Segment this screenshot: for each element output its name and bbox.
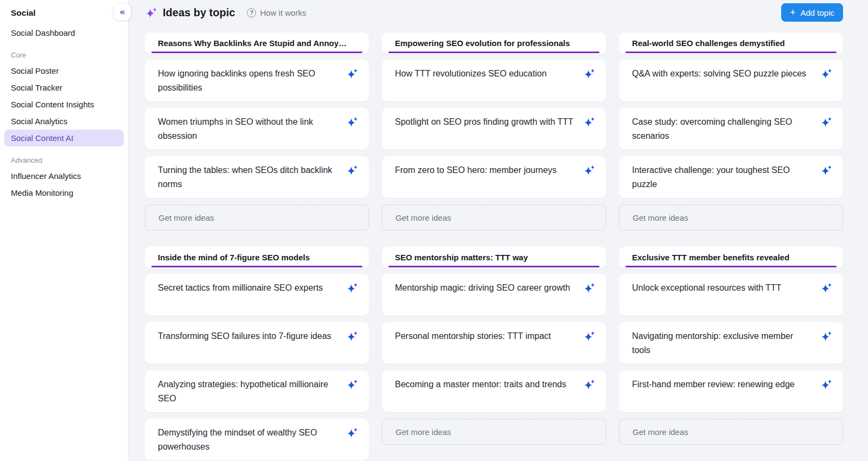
idea-card[interactable]: Demystifying the mindset of wealthy SEO … bbox=[145, 419, 369, 460]
page-header: Ideas by topic ? How it works + Add topi… bbox=[129, 0, 868, 25]
idea-list: Secret tactics from millionaire SEO expe… bbox=[145, 274, 369, 460]
idea-card[interactable]: Turning the tables: when SEOs ditch back… bbox=[145, 156, 369, 198]
idea-card[interactable]: From zero to SEO hero: member journeys bbox=[382, 156, 606, 198]
sidebar-title: Social bbox=[0, 0, 128, 24]
idea-card[interactable]: Q&A with experts: solving SEO puzzle pie… bbox=[619, 60, 843, 101]
idea-list: Mentorship magic: driving SEO career gro… bbox=[382, 274, 606, 412]
idea-card[interactable]: Personal mentorship stories: TTT impact bbox=[382, 322, 606, 364]
page-title: Ideas by topic bbox=[163, 7, 235, 19]
sidebar-section-advanced: Advanced bbox=[0, 146, 128, 168]
generate-sparkle-icon[interactable] bbox=[346, 379, 358, 390]
sidebar-section-core: Core bbox=[0, 41, 128, 62]
sidebar-collapse-button[interactable]: « bbox=[114, 4, 131, 20]
generate-sparkle-icon[interactable] bbox=[346, 68, 358, 79]
sidebar-item-social-dashboard[interactable]: Social Dashboard bbox=[4, 24, 124, 41]
idea-text: Personal mentorship stories: TTT impact bbox=[395, 331, 551, 341]
topic-column: Reasons Why Backlinks Are Stupid and Ann… bbox=[145, 33, 369, 230]
add-topic-button[interactable]: + Add topic bbox=[781, 3, 843, 22]
sidebar-item-social-tracker[interactable]: Social Tracker bbox=[4, 79, 124, 96]
idea-card[interactable]: Becoming a master mentor: traits and tre… bbox=[382, 370, 606, 412]
topic-header[interactable]: SEO mentorship matters: TTT way bbox=[382, 247, 606, 268]
generate-sparkle-icon[interactable] bbox=[346, 165, 358, 176]
idea-card[interactable]: How TTT revolutionizes SEO education bbox=[382, 60, 606, 101]
get-more-ideas-button[interactable]: Get more ideas bbox=[619, 204, 843, 230]
generate-sparkle-icon[interactable] bbox=[346, 427, 358, 438]
sidebar-item-media-monitoring[interactable]: Media Monitoring bbox=[4, 184, 124, 201]
topic-header[interactable]: Exclusive TTT member benefits revealed bbox=[619, 247, 843, 268]
sidebar-item-social-content-insights[interactable]: Social Content Insights bbox=[4, 96, 124, 113]
topic-underline bbox=[151, 52, 362, 53]
idea-text: Demystifying the mindset of wealthy SEO … bbox=[158, 428, 317, 451]
generate-sparkle-icon[interactable] bbox=[346, 283, 358, 293]
how-it-works-link[interactable]: ? How it works bbox=[247, 8, 306, 17]
ideas-board: Reasons Why Backlinks Are Stupid and Ann… bbox=[129, 25, 868, 460]
sidebar: « Social Social Dashboard Core Social Po… bbox=[0, 0, 129, 461]
sidebar-item-social-poster[interactable]: Social Poster bbox=[4, 62, 124, 79]
generate-sparkle-icon[interactable] bbox=[583, 331, 595, 342]
generate-sparkle-icon[interactable] bbox=[346, 331, 358, 342]
get-more-ideas-button[interactable]: Get more ideas bbox=[145, 204, 369, 230]
idea-card[interactable]: Spotlight on SEO pros finding growth wit… bbox=[382, 108, 606, 150]
main-content: Ideas by topic ? How it works + Add topi… bbox=[129, 0, 868, 461]
idea-card[interactable]: First-hand member review: renewing edge bbox=[619, 370, 843, 412]
generate-sparkle-icon[interactable] bbox=[583, 379, 595, 390]
idea-text: From zero to SEO hero: member journeys bbox=[395, 165, 557, 175]
generate-sparkle-icon[interactable] bbox=[820, 283, 832, 293]
topic-column: Empowering SEO evolution for professiona… bbox=[382, 33, 606, 230]
idea-text: Becoming a master mentor: traits and tre… bbox=[395, 380, 566, 389]
generate-sparkle-icon[interactable] bbox=[820, 117, 832, 127]
get-more-ideas-button[interactable]: Get more ideas bbox=[382, 204, 606, 230]
generate-sparkle-icon[interactable] bbox=[820, 68, 832, 79]
idea-list: Unlock exceptional resources with TTT Na… bbox=[619, 274, 843, 412]
idea-card[interactable]: How ignoring backlinks opens fresh SEO p… bbox=[145, 60, 369, 101]
idea-text: Interactive challenge: your toughest SEO… bbox=[632, 165, 790, 189]
generate-sparkle-icon[interactable] bbox=[583, 68, 595, 79]
idea-text: Transforming SEO failures into 7-figure … bbox=[158, 331, 331, 341]
generate-sparkle-icon[interactable] bbox=[820, 165, 832, 176]
idea-card[interactable]: Case study: overcoming challenging SEO s… bbox=[619, 108, 843, 150]
generate-sparkle-icon[interactable] bbox=[820, 331, 832, 342]
sidebar-item-influencer-analytics[interactable]: Influencer Analytics bbox=[4, 168, 124, 184]
add-topic-label: Add topic bbox=[800, 8, 834, 17]
topic-header[interactable]: Reasons Why Backlinks Are Stupid and Ann… bbox=[145, 33, 369, 54]
idea-list: How ignoring backlinks opens fresh SEO p… bbox=[145, 60, 369, 198]
idea-text: Mentorship magic: driving SEO career gro… bbox=[395, 283, 570, 292]
topic-underline bbox=[626, 52, 837, 53]
sidebar-item-social-content-ai[interactable]: Social Content AI bbox=[4, 130, 124, 146]
idea-card[interactable]: Women triumphs in SEO without the link o… bbox=[145, 108, 369, 150]
topic-title: Real-world SEO challenges demystified bbox=[632, 39, 785, 48]
idea-list: Q&A with experts: solving SEO puzzle pie… bbox=[619, 60, 843, 198]
generate-sparkle-icon[interactable] bbox=[583, 117, 595, 127]
idea-card[interactable]: Analyzing strategies: hypothetical milli… bbox=[145, 370, 369, 412]
topic-underline bbox=[626, 266, 837, 267]
idea-card[interactable]: Navigating mentorship: exclusive member … bbox=[619, 322, 843, 364]
topic-column: Inside the mind of 7-figure SEO models S… bbox=[145, 247, 369, 460]
idea-card[interactable]: Secret tactics from millionaire SEO expe… bbox=[145, 274, 369, 316]
generate-sparkle-icon[interactable] bbox=[346, 117, 358, 127]
topic-title: Reasons Why Backlinks Are Stupid and Ann… bbox=[158, 39, 347, 48]
idea-card[interactable]: Unlock exceptional resources with TTT bbox=[619, 274, 843, 316]
idea-text: Analyzing strategies: hypothetical milli… bbox=[158, 380, 328, 403]
idea-card[interactable]: Interactive challenge: your toughest SEO… bbox=[619, 156, 843, 198]
idea-text: Secret tactics from millionaire SEO expe… bbox=[158, 283, 323, 292]
topic-column: Exclusive TTT member benefits revealed U… bbox=[619, 247, 843, 460]
generate-sparkle-icon[interactable] bbox=[820, 379, 832, 390]
idea-card[interactable]: Transforming SEO failures into 7-figure … bbox=[145, 322, 369, 364]
collapse-icon: « bbox=[119, 7, 125, 17]
topic-header[interactable]: Empowering SEO evolution for professiona… bbox=[382, 33, 606, 54]
get-more-ideas-button[interactable]: Get more ideas bbox=[382, 419, 606, 445]
idea-text: Spotlight on SEO pros finding growth wit… bbox=[395, 117, 573, 126]
topic-title: Exclusive TTT member benefits revealed bbox=[632, 253, 789, 262]
idea-card[interactable]: Mentorship magic: driving SEO career gro… bbox=[382, 274, 606, 316]
topic-header[interactable]: Real-world SEO challenges demystified bbox=[619, 33, 843, 54]
topic-header[interactable]: Inside the mind of 7-figure SEO models bbox=[145, 247, 369, 268]
topic-underline bbox=[388, 266, 599, 267]
topic-underline bbox=[151, 266, 362, 267]
generate-sparkle-icon[interactable] bbox=[583, 283, 595, 293]
generate-sparkle-icon[interactable] bbox=[583, 165, 595, 176]
idea-text: Navigating mentorship: exclusive member … bbox=[632, 331, 793, 355]
sidebar-item-social-analytics[interactable]: Social Analytics bbox=[4, 113, 124, 130]
idea-text: Turning the tables: when SEOs ditch back… bbox=[158, 165, 332, 189]
ai-sparkle-icon bbox=[145, 7, 157, 18]
get-more-ideas-button[interactable]: Get more ideas bbox=[619, 419, 843, 445]
